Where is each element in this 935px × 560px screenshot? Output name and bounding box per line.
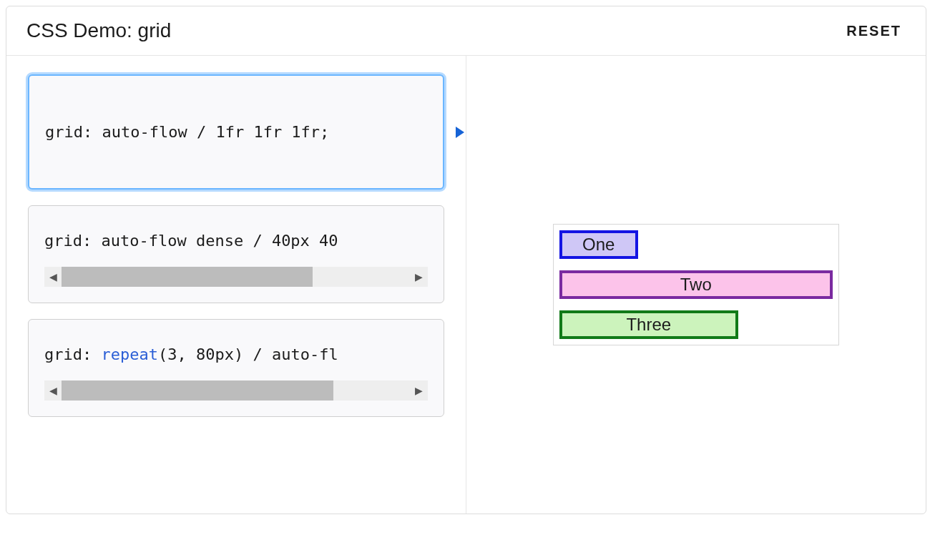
- code-text: grid: repeat(3, 80px) / auto-fl: [44, 345, 428, 363]
- grid-cell-three: Three: [559, 310, 738, 339]
- code-options-pane: grid: auto-flow / 1fr 1fr 1fr; grid: aut…: [6, 56, 466, 514]
- code-option-1[interactable]: grid: auto-flow / 1fr 1fr 1fr;: [28, 74, 444, 190]
- code-option-3[interactable]: grid: repeat(3, 80px) / auto-fl ◀ ▶: [28, 319, 444, 417]
- output-pane: One Two Three: [466, 56, 926, 514]
- scroll-track[interactable]: [62, 380, 411, 401]
- grid-cell-two: Two: [559, 270, 833, 299]
- grid-row: Three: [554, 305, 838, 345]
- scroll-left-icon[interactable]: ◀: [44, 271, 62, 283]
- demo-title: CSS Demo: grid: [26, 19, 171, 42]
- grid-row: Two: [554, 265, 838, 305]
- horizontal-scrollbar[interactable]: ◀ ▶: [44, 267, 428, 287]
- code-fragment: (3, 80px) / auto-fl: [158, 345, 338, 363]
- scroll-thumb[interactable]: [62, 380, 333, 401]
- code-keyword: repeat: [101, 345, 157, 363]
- scroll-thumb[interactable]: [62, 267, 313, 287]
- scroll-right-icon[interactable]: ▶: [411, 385, 428, 396]
- demo-container: CSS Demo: grid RESET grid: auto-flow / 1…: [6, 6, 926, 514]
- scroll-left-icon[interactable]: ◀: [44, 385, 62, 396]
- reset-button[interactable]: RESET: [842, 22, 906, 40]
- code-text: grid: auto-flow / 1fr 1fr 1fr;: [45, 123, 427, 141]
- grid-cell-one: One: [559, 230, 638, 259]
- scroll-right-icon[interactable]: ▶: [411, 271, 428, 283]
- code-text: grid: auto-flow dense / 40px 40: [44, 232, 428, 250]
- scroll-track[interactable]: [62, 267, 411, 287]
- demo-header: CSS Demo: grid RESET: [6, 6, 926, 56]
- demo-body: grid: auto-flow / 1fr 1fr 1fr; grid: aut…: [6, 56, 926, 514]
- code-fragment: grid:: [44, 345, 101, 363]
- play-icon: [456, 127, 464, 138]
- grid-row: One: [554, 225, 838, 265]
- horizontal-scrollbar[interactable]: ◀ ▶: [44, 380, 428, 401]
- grid-output: One Two Three: [553, 224, 839, 345]
- code-option-2[interactable]: grid: auto-flow dense / 40px 40 ◀ ▶: [28, 205, 444, 303]
